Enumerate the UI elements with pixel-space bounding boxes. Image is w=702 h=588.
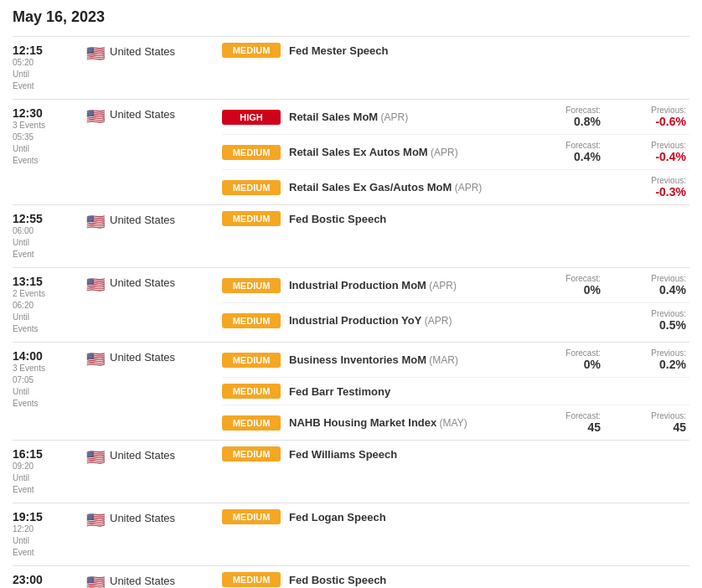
country-col: 🇺🇸United States [80, 268, 222, 342]
time-main: 23:00 [13, 573, 43, 586]
time-col: 23:0016:05 Until Event [13, 566, 80, 588]
time-col: 12:5506:00 Until Event [13, 205, 80, 267]
country-flag: 🇺🇸 [86, 352, 105, 367]
time-col: 14:003 Events 07:05 Until Events [13, 343, 80, 440]
time-sub: 05:20 Until Event [13, 57, 34, 92]
previous-value: 0.4% [614, 283, 686, 297]
time-sub: 09:20 Until Event [13, 461, 34, 496]
country-name: United States [110, 449, 175, 462]
forecast-label: Forecast: [530, 411, 601, 420]
event-name: NAHB Housing Market Index (MAY) [289, 416, 522, 429]
events-col: MEDIUMIndustrial Production MoM (APR)For… [222, 268, 689, 342]
country-name: United States [110, 512, 175, 524]
previous-col: Previous:-0.4% [614, 141, 689, 163]
event-name: Fed Bostic Speech [289, 574, 689, 586]
event-badge: MEDIUM [222, 415, 281, 431]
time-col: 12:1505:20 Until Event [13, 37, 80, 99]
forecast-label: Forecast: [530, 348, 601, 358]
previous-value: -0.3% [614, 185, 686, 199]
country-flag: 🇺🇸 [86, 575, 105, 588]
previous-col: Previous:45 [614, 411, 689, 434]
event-row: MEDIUMBusiness Inventories MoM (MAR)Fore… [222, 343, 689, 378]
forecast-col: Forecast:45 [530, 411, 606, 434]
previous-label: Previous: [614, 106, 686, 115]
country-flag: 🇺🇸 [86, 277, 105, 292]
previous-col: Previous:0.2% [614, 348, 689, 371]
event-name: Fed Bostic Speech [289, 213, 689, 225]
event-name: Retail Sales Ex Autos MoM (APR) [289, 146, 522, 158]
forecast-col: Forecast:0% [530, 348, 606, 371]
event-badge: MEDIUM [222, 446, 281, 462]
forecast-value: 0% [530, 283, 601, 297]
previous-value: 45 [614, 420, 686, 434]
events-col: MEDIUMFed Williams Speech [222, 441, 689, 503]
event-row: MEDIUMFed Bostic Speech [222, 205, 689, 232]
event-badge: MEDIUM [222, 572, 281, 587]
time-col: 13:152 Events 06:20 Until Events [13, 268, 80, 342]
country-col: 🇺🇸United States [80, 441, 222, 503]
time-col: 19:1512:20 Until Event [13, 503, 80, 565]
time-main: 16:15 [13, 447, 43, 461]
time-main: 12:15 [13, 44, 43, 57]
time-main: 19:15 [13, 510, 43, 524]
event-badge: MEDIUM [222, 313, 281, 328]
event-badge: MEDIUM [222, 180, 281, 195]
forecast-label: Forecast: [530, 274, 601, 283]
previous-col: Previous:0.5% [614, 309, 689, 332]
event-group: 12:1505:20 Until Event🇺🇸United StatesMED… [13, 36, 689, 99]
event-group: 12:303 Events 05:35 Until Events🇺🇸United… [13, 99, 689, 204]
page-date: May 16, 2023 [13, 8, 689, 26]
event-name: Fed Logan Speech [289, 511, 689, 524]
time-main: 12:55 [13, 212, 43, 225]
time-sub: 3 Events 05:35 Until Events [13, 120, 45, 167]
event-name: Fed Williams Speech [289, 448, 689, 461]
forecast-label: Forecast: [530, 106, 601, 115]
events-col: HIGHRetail Sales MoM (APR)Forecast:0.8%P… [222, 100, 689, 204]
events-col: MEDIUMFed Logan Speech [222, 503, 689, 565]
time-col: 16:1509:20 Until Event [13, 441, 80, 503]
forecast-value: 0% [530, 358, 601, 371]
event-group: 13:152 Events 06:20 Until Events🇺🇸United… [13, 267, 689, 342]
event-row: MEDIUMFed Barr Testimony [222, 378, 689, 405]
previous-label: Previous: [614, 176, 686, 185]
event-badge: MEDIUM [222, 43, 281, 58]
event-badge: MEDIUM [222, 353, 281, 368]
country-name: United States [110, 45, 175, 58]
previous-label: Previous: [614, 309, 686, 318]
events-col: MEDIUMFed Bostic Speech [222, 205, 689, 267]
events-col: MEDIUMBusiness Inventories MoM (MAR)Fore… [222, 343, 689, 440]
forecast-value: 45 [530, 420, 601, 434]
event-name: Fed Barr Testimony [289, 385, 689, 398]
country-name: United States [110, 108, 175, 121]
event-name: Industrial Production MoM (APR) [289, 279, 522, 291]
event-row: MEDIUMFed Logan Speech [222, 503, 689, 530]
event-badge: HIGH [222, 110, 281, 125]
event-row: MEDIUMFed Bostic Speech [222, 566, 689, 588]
previous-value: -0.4% [614, 150, 686, 163]
previous-label: Previous: [614, 348, 686, 358]
event-badge: MEDIUM [222, 509, 281, 524]
event-row: HIGHRetail Sales MoM (APR)Forecast:0.8%P… [222, 100, 689, 135]
previous-label: Previous: [614, 411, 686, 420]
time-sub: 12:20 Until Event [13, 524, 34, 559]
event-group: 23:0016:05 Until Event🇺🇸United StatesMED… [13, 565, 689, 588]
country-col: 🇺🇸United States [80, 566, 222, 588]
previous-value: 0.5% [614, 318, 686, 332]
event-group: 19:1512:20 Until Event🇺🇸United StatesMED… [13, 503, 689, 565]
event-group: 12:5506:00 Until Event🇺🇸United StatesMED… [13, 204, 689, 267]
country-flag: 🇺🇸 [86, 109, 105, 124]
previous-label: Previous: [614, 274, 686, 283]
country-col: 🇺🇸United States [80, 343, 222, 440]
country-flag: 🇺🇸 [86, 214, 105, 230]
forecast-value: 0.8% [530, 115, 601, 128]
event-row: MEDIUMIndustrial Production MoM (APR)For… [222, 268, 689, 303]
time-sub: 2 Events 06:20 Until Events [13, 288, 45, 335]
forecast-col: Forecast:0.4% [530, 141, 606, 163]
event-name: Retail Sales Ex Gas/Autos MoM (APR) [289, 181, 606, 193]
time-main: 14:00 [13, 349, 43, 363]
events-col: MEDIUMFed Bostic Speech [222, 566, 689, 588]
previous-label: Previous: [614, 141, 686, 150]
country-flag: 🇺🇸 [86, 513, 105, 528]
country-col: 🇺🇸United States [80, 503, 222, 565]
country-flag: 🇺🇸 [86, 46, 105, 61]
